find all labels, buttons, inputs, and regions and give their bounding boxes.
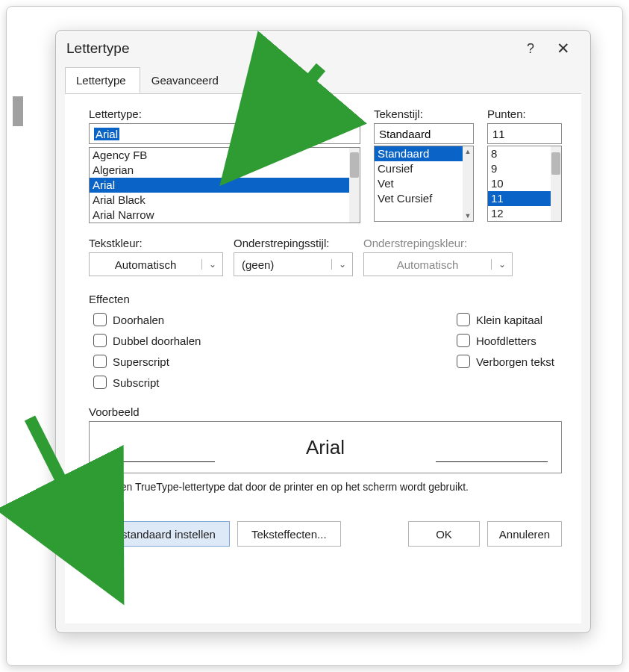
page-margin-stub	[13, 96, 23, 126]
set-as-default-button[interactable]: Als standaard instellen	[89, 521, 230, 547]
fontcolor-dropdown[interactable]: Automatisch ⌄	[89, 252, 223, 276]
dialog-tabs: Lettertype Geavanceerd	[56, 66, 590, 93]
preview-hint: Dit is een TrueType-lettertype dat door …	[89, 481, 562, 493]
scroll-down-icon[interactable]: ▼	[463, 211, 473, 221]
font-listbox[interactable]: Agency FB Algerian Arial Arial Black Ari…	[89, 147, 360, 223]
font-dialog: Lettertype ? ✕ Lettertype Geavanceerd Le…	[55, 30, 591, 633]
size-input[interactable]	[487, 123, 562, 144]
list-item[interactable]: Cursief	[375, 161, 463, 176]
scrollbar[interactable]	[349, 148, 360, 223]
fontcolor-label: Tekstkleur:	[89, 237, 223, 249]
style-input[interactable]	[374, 123, 474, 144]
button-row: Als standaard instellen Teksteffecten...…	[89, 521, 562, 547]
help-button[interactable]: ?	[514, 41, 547, 57]
preview-sample: Arial	[306, 436, 345, 459]
dialog-title: Lettertype	[66, 40, 130, 57]
scrollbar[interactable]: ▲ ▼	[463, 146, 473, 221]
chevron-down-icon: ⌄	[491, 259, 512, 270]
checkbox-hidden[interactable]: Verborgen tekst	[457, 355, 554, 368]
underlinecolor-label: Onderstrepingskleur:	[363, 237, 513, 249]
chevron-down-icon[interactable]: ⌄	[331, 259, 352, 270]
checkbox-double-strikethrough[interactable]: Dubbel doorhalen	[93, 334, 201, 347]
tab-font[interactable]: Lettertype	[65, 67, 140, 93]
checkbox-smallcaps[interactable]: Klein kapitaal	[457, 313, 554, 326]
underlinecolor-dropdown: Automatisch ⌄	[363, 252, 513, 276]
list-item[interactable]: 12	[488, 206, 551, 221]
list-item[interactable]: Vet Cursief	[375, 191, 463, 206]
font-label: Lettertype:	[89, 108, 360, 120]
list-item[interactable]: Standaard	[375, 146, 463, 161]
dialog-content: Lettertype: Arial Agency FB Algerian Ari…	[65, 93, 581, 623]
checkbox-subscript[interactable]: Subscript	[93, 376, 201, 389]
cancel-button[interactable]: Annuleren	[487, 521, 562, 547]
text-effects-button[interactable]: Teksteffecten...	[237, 521, 341, 547]
list-item[interactable]: Vet	[375, 176, 463, 191]
style-listbox[interactable]: Standaard Cursief Vet Vet Cursief ▲ ▼	[374, 146, 474, 222]
close-button[interactable]: ✕	[547, 40, 580, 57]
scroll-up-icon[interactable]: ▲	[463, 146, 473, 157]
list-item[interactable]: Arial Narrow	[90, 208, 349, 223]
list-item[interactable]: 8	[488, 146, 551, 161]
list-item[interactable]: Arial	[90, 178, 349, 193]
preview-box: Arial	[89, 421, 562, 473]
checkbox-superscript[interactable]: Superscript	[93, 355, 201, 368]
size-listbox[interactable]: 8 9 10 11 12	[487, 146, 562, 222]
list-item[interactable]: Arial Black	[90, 193, 349, 208]
font-input[interactable]: Arial	[89, 123, 360, 144]
tab-advanced[interactable]: Geavanceerd	[140, 67, 233, 93]
checkbox-strikethrough[interactable]: Doorhalen	[93, 313, 201, 326]
size-label: Punten:	[487, 108, 562, 120]
style-label: Tekenstijl:	[374, 108, 474, 120]
underline-label: Onderstrepingsstijl:	[234, 237, 353, 249]
list-item[interactable]: 11	[488, 191, 551, 206]
list-item[interactable]: 9	[488, 161, 551, 176]
list-item[interactable]: 10	[488, 176, 551, 191]
effects-title: Effecten	[89, 293, 562, 305]
effects-group: Doorhalen Dubbel doorhalen Superscript S…	[89, 313, 562, 389]
underline-dropdown[interactable]: (geen) ⌄	[234, 252, 353, 276]
list-item[interactable]: Agency FB	[90, 148, 349, 163]
ok-button[interactable]: OK	[408, 521, 480, 547]
checkbox-allcaps[interactable]: Hoofdletters	[457, 334, 554, 347]
chevron-down-icon[interactable]: ⌄	[201, 259, 222, 270]
dialog-titlebar: Lettertype ? ✕	[56, 31, 590, 66]
scrollbar[interactable]	[551, 146, 561, 221]
list-item[interactable]: Algerian	[90, 163, 349, 178]
preview-title: Voorbeeld	[89, 405, 562, 418]
